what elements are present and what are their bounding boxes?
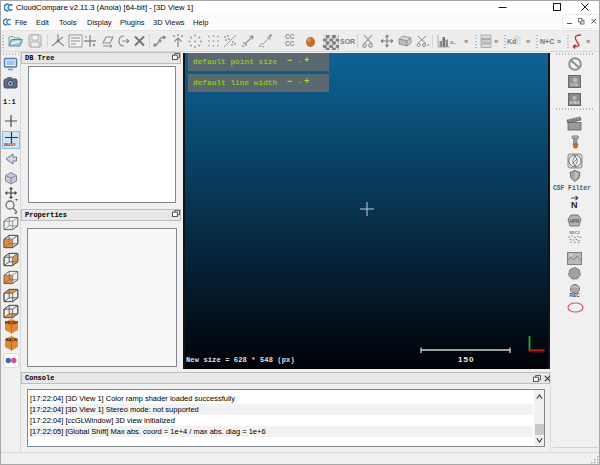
svg-text:BACK: BACK (6, 338, 17, 342)
svg-text:FRONT: FRONT (5, 321, 19, 325)
svg-text:R&C: R&C (570, 293, 581, 298)
svg-text:M3C2: M3C2 (569, 231, 579, 235)
svg-text:STAR: STAR (570, 101, 580, 105)
svg-text:HPR: HPR (570, 219, 580, 224)
svg-text:COL: COL (570, 82, 579, 87)
